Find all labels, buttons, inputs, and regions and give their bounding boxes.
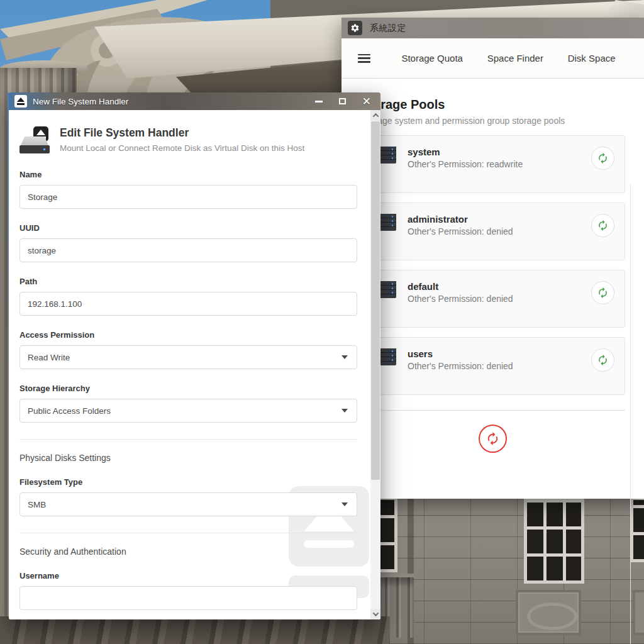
storage-hierarchy-label: Storage Hierarchy [19, 384, 357, 393]
pool-card-default[interactable]: default Other's Permission: denied [360, 270, 625, 328]
relief-panel [633, 590, 644, 635]
refresh-pool-button[interactable] [591, 214, 614, 237]
building-window [630, 497, 644, 562]
building-wall [377, 496, 644, 644]
pool-permission: Other's Permission: denied [408, 294, 580, 304]
pool-card-users[interactable]: users Other's Permission: denied [360, 337, 625, 395]
username-field[interactable] [19, 586, 357, 610]
close-icon[interactable]: ✕ [362, 96, 371, 107]
steps-shadow [0, 616, 390, 644]
path-label: Path [19, 277, 357, 286]
nav-tabs: Storage Quota Space Finder Disk Space [370, 53, 628, 64]
hamburger-icon[interactable] [358, 54, 370, 63]
storage-pools-section: Storage Pools Manage system and permissi… [341, 79, 644, 453]
uuid-field[interactable] [19, 238, 357, 262]
divider [19, 533, 357, 533]
building-window [524, 497, 584, 584]
divider [19, 439, 357, 440]
page-title: Storage Pools [360, 97, 625, 112]
dialog-body: Edit File System Handler Mount Local or … [9, 110, 380, 619]
pool-name: users [408, 348, 580, 359]
scroll-up-button[interactable] [370, 110, 380, 121]
refresh-all-button[interactable] [479, 425, 507, 453]
settings-window-title: 系統設定 [370, 23, 406, 34]
pool-name: default [408, 281, 580, 292]
divider [360, 410, 625, 411]
tab-disk-space[interactable]: Disk Space [568, 53, 616, 64]
filesystem-type-select[interactable]: SMB [19, 492, 357, 516]
dialog-header: Edit File System Handler Mount Local or … [19, 126, 357, 155]
dialog-scrollbar[interactable] [370, 110, 380, 619]
settings-navbar: Storage Quota Space Finder Disk Space [341, 38, 644, 79]
chevron-down-icon [341, 355, 348, 359]
chevron-down-icon [341, 409, 348, 413]
gear-icon [348, 21, 362, 35]
username-label: Username [19, 571, 357, 580]
dialog-subheading: Mount Local or Connect Remote Disk as Vi… [60, 143, 304, 153]
pool-card-system[interactable]: system Other's Permission: readwrite [360, 135, 625, 193]
content-divider-line [630, 184, 631, 644]
disk-drive-eject-icon [19, 126, 50, 155]
dialog-heading: Edit File System Handler [60, 126, 304, 140]
pool-permission: Other's Permission: denied [408, 361, 580, 371]
filesystem-type-label: Filesystem Type [19, 477, 357, 487]
tab-storage-quota[interactable]: Storage Quota [401, 53, 463, 64]
scroll-down-button[interactable] [370, 609, 380, 619]
eject-icon [14, 95, 27, 108]
dialog-window-title: New File System Handler [33, 97, 309, 106]
pool-permission: Other's Permission: readwrite [408, 159, 580, 169]
refresh-pool-button[interactable] [591, 147, 614, 170]
settings-titlebar[interactable]: 系統設定 [341, 18, 644, 38]
pool-name: administrator [408, 214, 580, 225]
system-settings-window: 系統設定 Storage Quota Space Finder Disk Spa… [341, 18, 644, 499]
building-window [379, 497, 397, 572]
storage-hierarchy-select[interactable]: Public Access Folders [19, 399, 357, 423]
tab-space-finder[interactable]: Space Finder [487, 53, 543, 64]
access-permission-select[interactable]: Read Write [19, 345, 357, 369]
pool-card-administrator[interactable]: administrator Other's Permission: denied [360, 203, 625, 260]
access-permission-label: Access Permission [19, 330, 357, 340]
scrollbar-thumb[interactable] [371, 121, 380, 480]
pool-name: system [408, 147, 580, 157]
file-system-handler-dialog: New File System Handler ✕ Edit File Syst… [9, 92, 380, 619]
name-label: Name [19, 170, 357, 179]
settings-body: Storage Quota Space Finder Disk Space St… [341, 38, 644, 499]
physical-disks-section-title: Physical Disks Settings [19, 453, 357, 463]
relief-panel [516, 590, 581, 635]
refresh-pool-button[interactable] [591, 281, 614, 304]
maximize-button[interactable] [339, 98, 346, 104]
name-field[interactable] [19, 185, 357, 209]
chevron-down-icon [341, 502, 348, 506]
pool-permission: Other's Permission: denied [408, 226, 580, 236]
path-field[interactable] [19, 292, 357, 316]
minimize-button[interactable] [315, 101, 323, 103]
uuid-label: UUID [19, 223, 357, 233]
security-section-title: Security and Authentication [19, 547, 357, 557]
page-subtitle: Manage system and permission group stora… [360, 116, 625, 126]
dialog-titlebar[interactable]: New File System Handler ✕ [9, 92, 380, 110]
refresh-pool-button[interactable] [591, 348, 614, 372]
